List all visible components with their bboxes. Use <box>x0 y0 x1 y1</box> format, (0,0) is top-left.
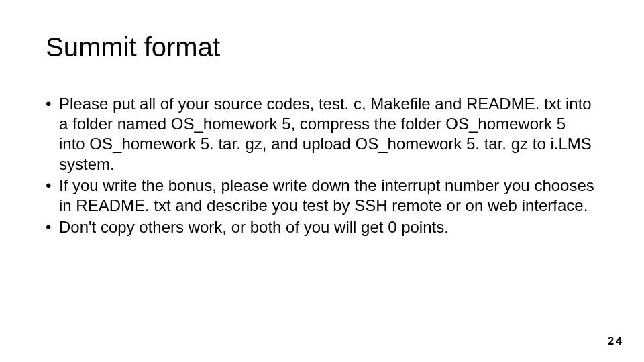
slide: Summit format Please put all of your sou… <box>0 0 644 362</box>
bullet-item: If you write the bonus, please write dow… <box>46 176 596 216</box>
bullet-list: Please put all of your source codes, tes… <box>46 94 596 237</box>
slide-content: Please put all of your source codes, tes… <box>46 94 596 239</box>
page-number: 24 <box>608 335 624 347</box>
slide-title: Summit format <box>46 32 220 62</box>
bullet-item: Don't copy others work, or both of you w… <box>46 217 596 237</box>
bullet-item: Please put all of your source codes, tes… <box>46 94 596 174</box>
